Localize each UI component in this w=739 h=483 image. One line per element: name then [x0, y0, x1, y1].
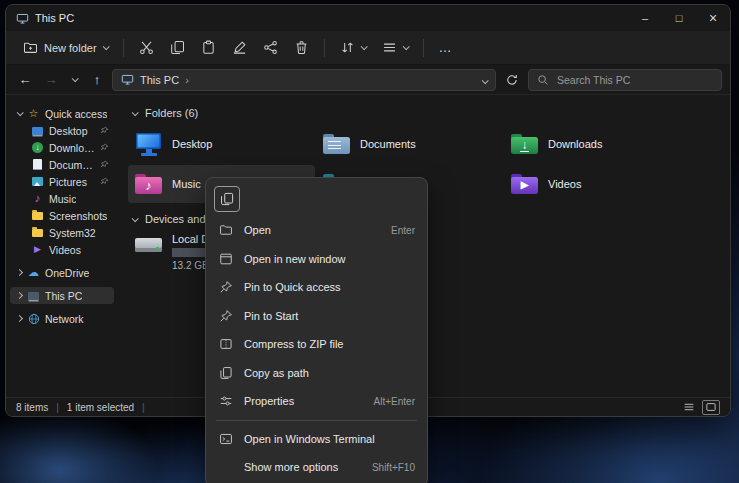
maximize-button[interactable]: □ [662, 5, 696, 31]
menu-item-label: Open in Windows Terminal [244, 433, 375, 445]
terminal-icon [218, 432, 234, 446]
search-input[interactable] [555, 73, 713, 87]
rename-button[interactable] [225, 35, 254, 61]
menu-item-label: Open in new window [244, 253, 346, 265]
sidebar-item-screenshots[interactable]: Screenshots [10, 207, 114, 224]
sidebar-item-label: Pictures [49, 176, 87, 188]
view-toggles [680, 400, 720, 415]
zip-icon [218, 337, 234, 351]
more-options-button[interactable]: … [432, 35, 460, 61]
chevron-right-icon[interactable] [16, 315, 23, 322]
copy-path-icon [218, 366, 234, 380]
address-bar[interactable]: This PC › [112, 69, 496, 91]
refresh-button[interactable] [500, 73, 524, 87]
menu-item-copy-as-path[interactable]: Copy as path [210, 359, 423, 388]
breadcrumb[interactable]: This PC [140, 74, 179, 86]
section-title: Folders (6) [145, 107, 198, 119]
window-tab[interactable]: This PC [16, 12, 74, 25]
menu-item-label: Pin to Start [244, 310, 298, 322]
new-folder-label: New folder [44, 42, 97, 54]
rename-icon [232, 40, 247, 55]
sort-button[interactable] [333, 35, 373, 61]
paste-button[interactable] [194, 35, 223, 61]
refresh-icon [505, 73, 519, 87]
menu-item-pin-to-start[interactable]: Pin to Start [210, 302, 423, 331]
pin-icon [100, 126, 109, 135]
close-button[interactable]: × [696, 5, 730, 31]
menu-item-properties[interactable]: Properties Alt+Enter [210, 387, 423, 416]
toolbar-divider [423, 39, 424, 57]
folder-icon [31, 226, 44, 239]
pictures-icon [31, 175, 44, 188]
pin-icon [100, 160, 109, 169]
sidebar-item-label: Desktop [49, 125, 88, 137]
delete-button[interactable] [287, 35, 316, 61]
sidebar-item-onedrive[interactable]: ☁ OneDrive [10, 264, 114, 281]
copy-icon-button[interactable] [214, 186, 240, 212]
chevron-right-icon[interactable] [16, 292, 23, 299]
share-button[interactable] [256, 35, 285, 61]
sidebar-item-label: OneDrive [45, 267, 89, 279]
sidebar-item-network[interactable]: Network [10, 310, 114, 327]
folder-tile-desktop[interactable]: Desktop [128, 125, 315, 163]
thumbnail-view-button[interactable] [702, 400, 720, 415]
sidebar-item-music[interactable]: ♪ Music [10, 190, 114, 207]
close-icon: × [709, 10, 717, 26]
minimize-icon: – [642, 12, 648, 24]
chevron-down-icon [102, 43, 109, 50]
up-button[interactable]: ↑ [86, 72, 108, 87]
sidebar-item-pictures[interactable]: Pictures [10, 173, 114, 190]
menu-item-shortcut: Alt+Enter [374, 396, 415, 407]
sidebar-item-downloads[interactable]: ↓ Downloads [10, 139, 114, 156]
pin-icon [218, 280, 234, 294]
items-count: 8 items [16, 402, 48, 413]
folder-tile-videos[interactable]: ▶ Videos [504, 165, 691, 203]
sidebar-item-videos[interactable]: ▶ Videos [10, 241, 114, 258]
folder-tile-downloads[interactable]: ↓ Downloads [504, 125, 691, 163]
open-icon [218, 223, 234, 237]
copy-button[interactable] [163, 35, 192, 61]
sort-icon [340, 40, 355, 55]
address-dropdown-button[interactable] [482, 74, 487, 86]
menu-item-show-more-options[interactable]: Show more options Shift+F10 [210, 453, 423, 482]
folders-section-header[interactable]: Folders (6) [132, 107, 730, 119]
menu-item-open[interactable]: Open Enter [210, 216, 423, 245]
paste-icon [201, 40, 216, 55]
search-icon [537, 74, 549, 86]
chevron-down-icon[interactable] [132, 215, 139, 222]
maximize-icon: □ [676, 12, 683, 24]
sidebar-item-system32[interactable]: System32 [10, 224, 114, 241]
sidebar-item-desktop[interactable]: Desktop [10, 122, 114, 139]
details-view-button[interactable] [680, 400, 698, 415]
forward-button[interactable]: → [40, 72, 62, 87]
menu-item-open-in-new-window[interactable]: Open in new window [210, 245, 423, 274]
sidebar-item-label: Music [49, 193, 76, 205]
sidebar-item-documents[interactable]: Documents [10, 156, 114, 173]
selection-count: 1 item selected [67, 402, 134, 413]
menu-item-pin-to-quick-access[interactable]: Pin to Quick access [210, 273, 423, 302]
new-folder-button[interactable]: New folder [16, 35, 115, 61]
menu-item-compress-to-zip[interactable]: Compress to ZIP file [210, 330, 423, 359]
desktop: { "window": { "title": "This PC" }, "tit… [0, 0, 739, 483]
navigation-pane: ☆ Quick access Desktop ↓ Downloads Docum… [6, 95, 118, 397]
pin-icon [100, 177, 109, 186]
back-button[interactable]: ← [14, 72, 36, 87]
chevron-down-icon[interactable] [17, 109, 24, 116]
chevron-down-icon[interactable] [132, 109, 139, 116]
chevron-right-icon[interactable] [16, 269, 23, 276]
view-button[interactable] [375, 35, 415, 61]
sidebar-item-quick-access[interactable]: ☆ Quick access [10, 105, 114, 122]
menu-item-label: Properties [244, 395, 294, 407]
documents-folder-icon [322, 131, 352, 157]
recent-locations-button[interactable] [66, 77, 82, 82]
folder-tile-documents[interactable]: Documents [316, 125, 503, 163]
network-icon [27, 312, 40, 325]
search-box[interactable] [528, 69, 722, 91]
hard-drive-icon [134, 233, 164, 259]
window-controls: – □ × [628, 5, 730, 31]
sidebar-item-this-pc[interactable]: This PC [10, 287, 114, 304]
minimize-button[interactable]: – [628, 5, 662, 31]
folder-icon [31, 209, 44, 222]
cut-button[interactable] [132, 35, 161, 61]
menu-item-open-in-windows-terminal[interactable]: Open in Windows Terminal [210, 425, 423, 454]
